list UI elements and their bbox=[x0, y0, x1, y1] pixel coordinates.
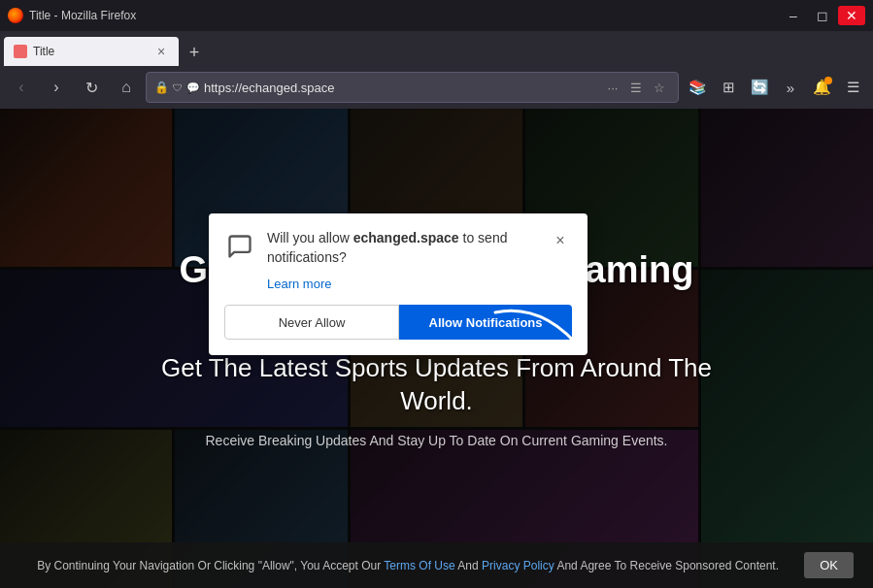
notification-bell-button[interactable]: 🔔 bbox=[807, 73, 836, 102]
forward-button[interactable]: › bbox=[41, 72, 72, 103]
popup-chat-icon bbox=[224, 231, 255, 262]
terms-link[interactable]: Terms Of Use bbox=[384, 559, 454, 572]
page-content: Get The Most Recent Gaming Updates! Get … bbox=[0, 109, 873, 588]
minimize-button[interactable]: – bbox=[780, 6, 807, 25]
active-tab[interactable]: Title × bbox=[4, 37, 179, 66]
popup-close-button[interactable]: × bbox=[549, 229, 572, 252]
tab-label: Title bbox=[33, 45, 148, 58]
firefox-icon bbox=[8, 8, 23, 23]
browser-window: Title - Mozilla Firefox – ◻ ✕ Title × + … bbox=[0, 0, 873, 588]
maximize-button[interactable]: ◻ bbox=[809, 6, 836, 25]
nav-bar: ‹ › ↻ ⌂ 🔒 🛡 💬 ··· ☰ ☆ 📚 ⊞ 🔄 » 🔔 ☰ bbox=[0, 66, 873, 109]
page-heading-sub: Get The Latest Sports Updates From Aroun… bbox=[146, 352, 728, 418]
address-bar-actions: ··· ☰ ☆ bbox=[602, 77, 670, 98]
menu-button[interactable]: ☰ bbox=[838, 73, 867, 102]
title-bar-left: Title - Mozilla Firefox bbox=[8, 8, 136, 23]
pocket-button[interactable]: ☰ bbox=[625, 77, 647, 98]
title-bar-controls: – ◻ ✕ bbox=[780, 6, 865, 25]
bottom-bar: By Continuing Your Navigation Or Clickin… bbox=[0, 542, 873, 588]
tab-favicon bbox=[14, 45, 27, 58]
reader-mode-button[interactable]: ··· bbox=[602, 77, 623, 98]
cert-icon: 🛡 bbox=[173, 82, 183, 93]
tab-close-button[interactable]: × bbox=[153, 44, 169, 59]
address-input[interactable] bbox=[204, 81, 598, 95]
address-bar-container: 🔒 🛡 💬 ··· ☰ ☆ bbox=[146, 72, 679, 103]
popup-header: Will you allow echanged.space to send no… bbox=[224, 229, 572, 267]
ok-button[interactable]: OK bbox=[804, 552, 854, 578]
notification-dot bbox=[824, 77, 832, 84]
camera-icon: 💬 bbox=[186, 82, 200, 94]
synced-tabs-button[interactable]: ⊞ bbox=[714, 73, 743, 102]
container-button[interactable]: 🔄 bbox=[745, 73, 774, 102]
nav-right: 📚 ⊞ 🔄 » 🔔 ☰ bbox=[683, 73, 867, 102]
popup-site-name: echanged.space bbox=[353, 230, 459, 245]
bookmark-star-button[interactable]: ☆ bbox=[649, 77, 670, 98]
tab-bar: Title × + bbox=[0, 31, 873, 66]
home-button[interactable]: ⌂ bbox=[111, 72, 142, 103]
close-button[interactable]: ✕ bbox=[838, 6, 865, 25]
bottom-text-before: By Continuing Your Navigation Or Clickin… bbox=[37, 559, 384, 572]
title-bar: Title - Mozilla Firefox – ◻ ✕ bbox=[0, 0, 873, 31]
bottom-and-text: And bbox=[455, 559, 482, 572]
privacy-link[interactable]: Privacy Policy bbox=[482, 559, 554, 572]
notification-popup: Will you allow echanged.space to send no… bbox=[209, 213, 588, 355]
title-bar-title: Title - Mozilla Firefox bbox=[29, 9, 136, 22]
secure-icon: 🔒 bbox=[154, 81, 169, 94]
never-allow-button[interactable]: Never Allow bbox=[224, 305, 399, 340]
bottom-bar-text: By Continuing Your Navigation Or Clickin… bbox=[19, 557, 796, 574]
bottom-text-after: And Agree To Receive Sponsored Content. bbox=[554, 559, 779, 572]
new-tab-button[interactable]: + bbox=[181, 39, 208, 66]
popup-buttons: Never Allow Allow Notifications bbox=[224, 305, 572, 340]
popup-learn-more-link[interactable]: Learn more bbox=[267, 277, 572, 291]
allow-notifications-button[interactable]: Allow Notifications bbox=[399, 305, 572, 340]
extensions-button[interactable]: » bbox=[776, 73, 805, 102]
page-body-text: Receive Breaking Updates And Stay Up To … bbox=[206, 433, 668, 448]
popup-message-before: Will you allow bbox=[267, 230, 353, 245]
back-button[interactable]: ‹ bbox=[6, 72, 37, 103]
popup-message: Will you allow echanged.space to send no… bbox=[267, 229, 537, 267]
reload-button[interactable]: ↻ bbox=[76, 72, 107, 103]
library-button[interactable]: 📚 bbox=[683, 73, 712, 102]
